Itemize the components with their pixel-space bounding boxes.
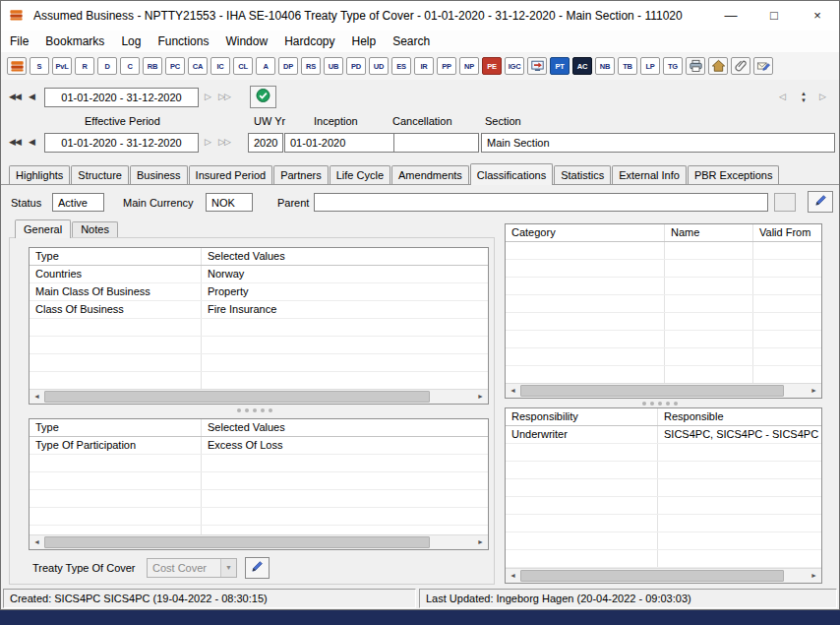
table-row[interactable]	[506, 366, 821, 384]
menu-search[interactable]: Search	[392, 34, 430, 48]
scroll-thumb[interactable]	[520, 570, 784, 582]
table-row[interactable]	[506, 278, 821, 295]
scroll-right-icon[interactable]: ►	[807, 569, 821, 583]
table-row[interactable]	[506, 462, 821, 479]
tab-partners[interactable]: Partners	[273, 165, 329, 184]
toolbar-pd-button[interactable]: PD	[346, 57, 366, 75]
toolbar-ic-button[interactable]: IC	[210, 57, 230, 75]
scroll-right-icon[interactable]: ►	[807, 384, 821, 398]
toolbar-ub-button[interactable]: UB	[324, 57, 343, 75]
close-icon[interactable]: ×	[796, 1, 839, 31]
parent-field[interactable]	[314, 193, 768, 212]
toolbar-pt-button[interactable]: PT	[550, 57, 570, 75]
cancellation-field[interactable]	[393, 133, 479, 153]
menu-help[interactable]: Help	[351, 34, 376, 48]
section-next-button[interactable]: ▷	[819, 92, 825, 101]
first-record-button[interactable]: ◀◀	[9, 92, 21, 101]
status-field[interactable]: Active	[52, 193, 104, 212]
table-row[interactable]	[506, 242, 821, 260]
toolbar-tg-button[interactable]: TG	[663, 57, 683, 75]
table-row[interactable]	[506, 532, 821, 550]
table-row[interactable]	[506, 497, 821, 515]
home-icon[interactable]	[708, 57, 728, 75]
toolbar-pp-button[interactable]: PP	[437, 57, 456, 75]
table-row[interactable]	[506, 260, 821, 278]
toolbar-rb-button[interactable]: RB	[143, 57, 162, 75]
tab-external-info[interactable]: External Info	[612, 165, 687, 184]
scroll-left-icon[interactable]: ◄	[506, 384, 520, 398]
scroll-thumb[interactable]	[520, 385, 784, 397]
toolbar-igc-button[interactable]: IGC	[505, 57, 524, 75]
toolbar-ca-button[interactable]: CA	[188, 57, 208, 75]
table-row[interactable]	[506, 444, 821, 462]
paperclip-icon[interactable]	[731, 57, 750, 75]
tab-classifications[interactable]: Classifications	[470, 163, 553, 185]
toolbar-a-button[interactable]: A	[256, 57, 275, 75]
printer-icon[interactable]	[686, 57, 705, 75]
toolbar-nb-button[interactable]: NB	[595, 57, 615, 75]
toolbar-es-button[interactable]: ES	[391, 57, 411, 75]
horizontal-scrollbar[interactable]: ◄ ►	[506, 383, 821, 398]
horizontal-scrollbar[interactable]: ◄ ►	[506, 568, 821, 583]
main-currency-field[interactable]: NOK	[206, 193, 253, 212]
toolbar-pe-button[interactable]: PE	[482, 57, 502, 75]
menu-hardcopy[interactable]: Hardcopy	[284, 34, 334, 48]
tab-amendments[interactable]: Amendments	[391, 165, 469, 184]
taskbar[interactable]	[0, 610, 840, 625]
table-row[interactable]	[506, 331, 821, 348]
inception-field[interactable]: 01-01-2020	[284, 133, 394, 153]
spin-down-icon[interactable]: ▼	[801, 97, 807, 104]
menu-functions[interactable]: Functions	[157, 34, 209, 48]
scroll-left-icon[interactable]: ◄	[506, 569, 520, 583]
previous-record-button-2[interactable]: ◀	[29, 137, 34, 147]
toolbar-d-button[interactable]: D	[97, 57, 117, 75]
subtab-notes[interactable]: Notes	[72, 221, 118, 237]
tab-business[interactable]: Business	[130, 165, 188, 184]
effective-period-field[interactable]: 01-01-2020 - 31-12-2020	[44, 88, 199, 107]
tab-structure[interactable]: Structure	[71, 165, 129, 184]
spin-up-icon[interactable]: ▲	[801, 91, 807, 97]
toolbar-ac-button[interactable]: AC	[572, 57, 592, 75]
next-record-button[interactable]: ▷	[205, 92, 210, 101]
section-previous-button[interactable]: ◁	[779, 92, 785, 101]
toolbar-dp-button[interactable]: DP	[278, 57, 298, 75]
tab-highlights[interactable]: Highlights	[9, 165, 70, 184]
previous-record-button[interactable]: ◀	[29, 92, 34, 101]
menu-bookmarks[interactable]: Bookmarks	[45, 34, 104, 48]
tab-insured-period[interactable]: Insured Period	[189, 165, 273, 184]
toolbar-cl-button[interactable]: CL	[233, 57, 253, 75]
table-row[interactable]	[506, 479, 821, 497]
toolbar-np-button[interactable]: NP	[459, 57, 479, 75]
toolbar-r-button[interactable]: R	[75, 57, 94, 75]
section-field[interactable]: Main Section	[481, 133, 835, 153]
uw-yr-field[interactable]: 2020	[248, 133, 283, 153]
section-spinner[interactable]: ▲ ▼	[796, 87, 811, 108]
toolbar-rs-button[interactable]: RS	[301, 57, 321, 75]
menu-window[interactable]: Window	[225, 34, 268, 48]
screen-export-icon[interactable]	[527, 57, 547, 75]
table-row[interactable]	[506, 348, 821, 366]
table-row[interactable]	[506, 550, 821, 568]
mail-stack-icon[interactable]	[7, 57, 27, 75]
menu-log[interactable]: Log	[121, 34, 141, 48]
validate-button[interactable]	[250, 86, 276, 108]
toolbar-c-button[interactable]: C	[120, 57, 140, 75]
table-row[interactable]: UnderwriterSICS4PC, SICS4PC - SICS4PC	[506, 426, 821, 444]
minimize-icon[interactable]: —	[709, 1, 752, 31]
table-row[interactable]	[506, 295, 821, 313]
toolbar-ir-button[interactable]: IR	[414, 57, 434, 75]
first-record-button-2[interactable]: ◀◀	[9, 137, 21, 147]
menu-file[interactable]: File	[10, 34, 29, 48]
next-record-button-2[interactable]: ▷	[205, 137, 210, 147]
table-row[interactable]	[506, 515, 821, 532]
toolbar-s-button[interactable]: S	[30, 57, 49, 75]
parent-edit-button[interactable]	[808, 191, 833, 213]
tab-statistics[interactable]: Statistics	[554, 165, 611, 184]
toolbar-pvl-button[interactable]: PvL	[52, 57, 72, 75]
toolbar-tb-button[interactable]: TB	[618, 57, 637, 75]
effective-period-field-2[interactable]: 01-01-2020 - 31-12-2020	[44, 133, 199, 153]
table-row[interactable]	[506, 313, 821, 331]
last-record-button[interactable]: ▷▷	[218, 92, 230, 101]
toolbar-ud-button[interactable]: UD	[369, 57, 389, 75]
subtab-general[interactable]: General	[15, 219, 71, 238]
